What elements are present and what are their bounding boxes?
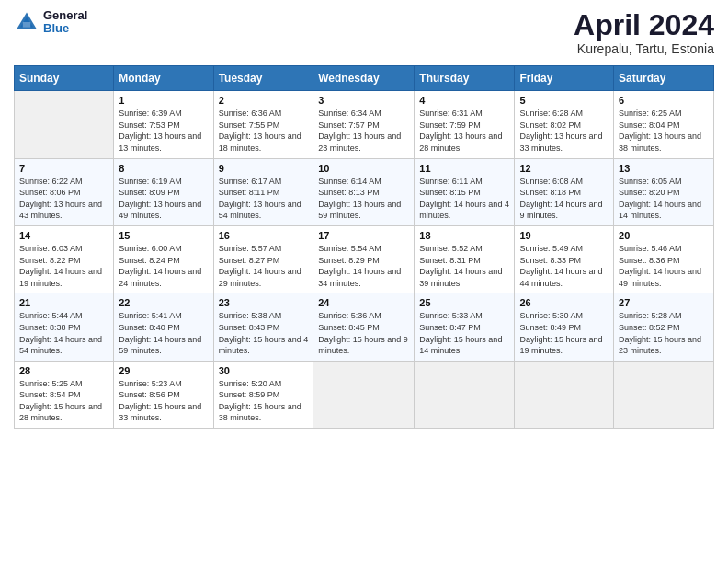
- calendar-cell: 1Sunrise: 6:39 AMSunset: 7:53 PMDaylight…: [114, 91, 213, 158]
- day-info: Sunrise: 6:00 AMSunset: 8:24 PMDaylight:…: [119, 243, 208, 289]
- calendar-cell: [15, 91, 114, 158]
- page: General Blue April 2024 Kurepalu, Tartu,…: [0, 0, 728, 563]
- day-info: Sunrise: 6:19 AMSunset: 8:09 PMDaylight:…: [119, 176, 208, 222]
- calendar-week-3: 14Sunrise: 6:03 AMSunset: 8:22 PMDayligh…: [15, 225, 714, 293]
- day-info: Sunrise: 6:39 AMSunset: 7:53 PMDaylight:…: [119, 108, 208, 154]
- day-info: Sunrise: 5:33 AMSunset: 8:47 PMDaylight:…: [419, 310, 509, 356]
- calendar-cell: 3Sunrise: 6:34 AMSunset: 7:57 PMDaylight…: [313, 91, 415, 158]
- logo-general: General: [43, 9, 87, 22]
- day-info: Sunrise: 5:52 AMSunset: 8:31 PMDaylight:…: [419, 243, 509, 289]
- day-number: 16: [219, 230, 309, 241]
- calendar-week-4: 21Sunrise: 5:44 AMSunset: 8:38 PMDayligh…: [15, 293, 714, 361]
- day-number: 20: [619, 230, 709, 241]
- day-number: 10: [318, 163, 409, 174]
- day-header-saturday: Saturday: [614, 66, 714, 91]
- day-info: Sunrise: 6:11 AMSunset: 8:15 PMDaylight:…: [419, 176, 509, 222]
- calendar-cell: 4Sunrise: 6:31 AMSunset: 7:59 PMDaylight…: [415, 91, 515, 158]
- day-number: 2: [219, 95, 309, 106]
- day-info: Sunrise: 5:23 AMSunset: 8:56 PMDaylight:…: [119, 378, 208, 424]
- day-header-monday: Monday: [114, 66, 213, 91]
- calendar-cell: 29Sunrise: 5:23 AMSunset: 8:56 PMDayligh…: [114, 361, 213, 428]
- svg-rect-2: [23, 22, 30, 28]
- calendar-cell: [313, 361, 415, 428]
- day-info: Sunrise: 6:17 AMSunset: 8:11 PMDaylight:…: [219, 176, 309, 222]
- calendar-cell: 26Sunrise: 5:30 AMSunset: 8:49 PMDayligh…: [515, 293, 614, 361]
- calendar-cell: 16Sunrise: 5:57 AMSunset: 8:27 PMDayligh…: [213, 225, 313, 293]
- day-info: Sunrise: 5:38 AMSunset: 8:43 PMDaylight:…: [219, 310, 309, 356]
- calendar-cell: 27Sunrise: 5:28 AMSunset: 8:52 PMDayligh…: [614, 293, 714, 361]
- day-info: Sunrise: 5:46 AMSunset: 8:36 PMDaylight:…: [619, 243, 709, 289]
- calendar-cell: 28Sunrise: 5:25 AMSunset: 8:54 PMDayligh…: [15, 361, 114, 428]
- day-info: Sunrise: 6:22 AMSunset: 8:06 PMDaylight:…: [19, 176, 108, 222]
- logo-blue: Blue: [43, 22, 87, 35]
- day-info: Sunrise: 5:36 AMSunset: 8:45 PMDaylight:…: [318, 310, 409, 356]
- day-info: Sunrise: 6:05 AMSunset: 8:20 PMDaylight:…: [619, 176, 709, 222]
- calendar-cell: 8Sunrise: 6:19 AMSunset: 8:09 PMDaylight…: [114, 158, 213, 225]
- calendar-cell: 21Sunrise: 5:44 AMSunset: 8:38 PMDayligh…: [15, 293, 114, 361]
- title-area: April 2024 Kurepalu, Tartu, Estonia: [574, 9, 714, 56]
- calendar-cell: 22Sunrise: 5:41 AMSunset: 8:40 PMDayligh…: [114, 293, 213, 361]
- logo-icon: [14, 9, 40, 35]
- day-number: 17: [318, 230, 409, 241]
- day-number: 1: [119, 95, 208, 106]
- day-info: Sunrise: 6:03 AMSunset: 8:22 PMDaylight:…: [19, 243, 108, 289]
- day-number: 21: [19, 297, 108, 308]
- day-number: 5: [519, 95, 609, 106]
- day-number: 19: [519, 230, 609, 241]
- day-header-wednesday: Wednesday: [313, 66, 415, 91]
- calendar-cell: 30Sunrise: 5:20 AMSunset: 8:59 PMDayligh…: [213, 361, 313, 428]
- day-number: 9: [219, 163, 309, 174]
- day-info: Sunrise: 6:34 AMSunset: 7:57 PMDaylight:…: [318, 108, 409, 154]
- calendar-cell: [515, 361, 614, 428]
- calendar-cell: 11Sunrise: 6:11 AMSunset: 8:15 PMDayligh…: [415, 158, 515, 225]
- calendar-cell: 6Sunrise: 6:25 AMSunset: 8:04 PMDaylight…: [614, 91, 714, 158]
- calendar-header: SundayMondayTuesdayWednesdayThursdayFrid…: [15, 66, 714, 91]
- day-info: Sunrise: 5:28 AMSunset: 8:52 PMDaylight:…: [619, 310, 709, 356]
- day-header-sunday: Sunday: [15, 66, 114, 91]
- header: General Blue April 2024 Kurepalu, Tartu,…: [14, 9, 714, 56]
- day-info: Sunrise: 6:25 AMSunset: 8:04 PMDaylight:…: [619, 108, 709, 154]
- calendar-body: 1Sunrise: 6:39 AMSunset: 7:53 PMDaylight…: [15, 91, 714, 429]
- calendar-cell: 14Sunrise: 6:03 AMSunset: 8:22 PMDayligh…: [15, 225, 114, 293]
- logo-text: General Blue: [43, 9, 87, 36]
- day-number: 26: [519, 297, 609, 308]
- calendar-cell: 12Sunrise: 6:08 AMSunset: 8:18 PMDayligh…: [515, 158, 614, 225]
- day-number: 14: [19, 230, 108, 241]
- day-header-thursday: Thursday: [415, 66, 515, 91]
- day-number: 7: [19, 163, 108, 174]
- calendar-cell: 23Sunrise: 5:38 AMSunset: 8:43 PMDayligh…: [213, 293, 313, 361]
- day-number: 23: [219, 297, 309, 308]
- day-number: 4: [419, 95, 509, 106]
- logo: General Blue: [14, 9, 87, 36]
- day-number: 6: [619, 95, 709, 106]
- day-info: Sunrise: 5:57 AMSunset: 8:27 PMDaylight:…: [219, 243, 309, 289]
- calendar-cell: [415, 361, 515, 428]
- calendar-title: April 2024: [574, 9, 714, 41]
- day-info: Sunrise: 5:20 AMSunset: 8:59 PMDaylight:…: [219, 378, 309, 424]
- day-number: 22: [119, 297, 208, 308]
- calendar-cell: 2Sunrise: 6:36 AMSunset: 7:55 PMDaylight…: [213, 91, 313, 158]
- day-number: 8: [119, 163, 208, 174]
- calendar-week-5: 28Sunrise: 5:25 AMSunset: 8:54 PMDayligh…: [15, 361, 714, 428]
- calendar-week-1: 1Sunrise: 6:39 AMSunset: 7:53 PMDaylight…: [15, 91, 714, 158]
- day-info: Sunrise: 6:08 AMSunset: 8:18 PMDaylight:…: [519, 176, 609, 222]
- day-info: Sunrise: 6:14 AMSunset: 8:13 PMDaylight:…: [318, 176, 409, 222]
- day-number: 11: [419, 163, 509, 174]
- calendar-cell: 9Sunrise: 6:17 AMSunset: 8:11 PMDaylight…: [213, 158, 313, 225]
- calendar-cell: 17Sunrise: 5:54 AMSunset: 8:29 PMDayligh…: [313, 225, 415, 293]
- day-info: Sunrise: 6:31 AMSunset: 7:59 PMDaylight:…: [419, 108, 509, 154]
- day-info: Sunrise: 5:44 AMSunset: 8:38 PMDaylight:…: [19, 310, 108, 356]
- day-info: Sunrise: 6:36 AMSunset: 7:55 PMDaylight:…: [219, 108, 309, 154]
- day-number: 30: [219, 365, 309, 376]
- day-number: 29: [119, 365, 208, 376]
- calendar-cell: 24Sunrise: 5:36 AMSunset: 8:45 PMDayligh…: [313, 293, 415, 361]
- calendar-cell: 19Sunrise: 5:49 AMSunset: 8:33 PMDayligh…: [515, 225, 614, 293]
- calendar-cell: 10Sunrise: 6:14 AMSunset: 8:13 PMDayligh…: [313, 158, 415, 225]
- calendar-week-2: 7Sunrise: 6:22 AMSunset: 8:06 PMDaylight…: [15, 158, 714, 225]
- day-number: 25: [419, 297, 509, 308]
- day-info: Sunrise: 5:41 AMSunset: 8:40 PMDaylight:…: [119, 310, 208, 356]
- header-row: SundayMondayTuesdayWednesdayThursdayFrid…: [15, 66, 714, 91]
- day-number: 28: [19, 365, 108, 376]
- day-number: 15: [119, 230, 208, 241]
- day-number: 18: [419, 230, 509, 241]
